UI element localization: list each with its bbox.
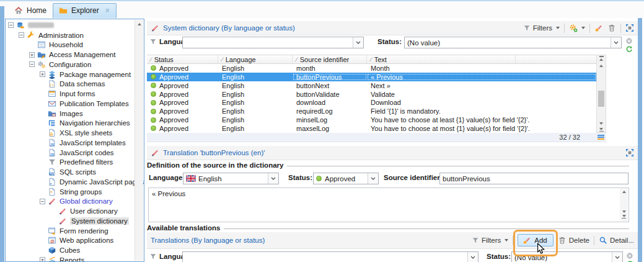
table-row[interactable]: ApprovedEnglishrequiredLogField '{1}' is…	[147, 107, 596, 115]
maximize-button[interactable]	[625, 148, 634, 157]
trash-icon	[607, 24, 616, 32]
expand-node-icon[interactable]: +	[40, 71, 45, 77]
status-filter-combobox[interactable]: (No value)	[511, 251, 623, 262]
cube-icon	[48, 246, 57, 255]
tree-item-user-dictionary[interactable]: User dictionary	[7, 206, 135, 216]
tree-item-string-groups[interactable]: ”String groups	[7, 187, 135, 197]
add-entry-button[interactable]	[594, 24, 603, 32]
chevron-down-icon[interactable]	[467, 252, 478, 262]
tree-item-dynamic-javascript-pages[interactable]: >_Dynamic JavaScript pages	[7, 177, 135, 187]
redacted-text	[28, 22, 54, 28]
table-menu-icon[interactable]	[598, 135, 604, 140]
textarea-scrollbar[interactable]	[620, 189, 628, 221]
tree-item-javascript-templates[interactable]: JSJavaScript templates	[7, 138, 135, 148]
column-header-source-identifier[interactable]: ∕Source identifier	[293, 55, 367, 63]
tree-item-package-management[interactable]: +Package management	[7, 70, 135, 79]
actions-menu-button[interactable]	[569, 24, 585, 32]
clear-filter-icon[interactable]	[626, 252, 633, 260]
tree-item-administration[interactable]: −Administration	[7, 30, 135, 40]
tree-scrollbar[interactable]	[135, 20, 143, 261]
collapse-node-icon[interactable]: −	[40, 199, 45, 204]
table-header[interactable]: ∕Status∕Language∕Source identifier∕Text	[147, 55, 606, 64]
expander-spacer	[40, 101, 45, 106]
scroll-up-icon[interactable]	[599, 65, 603, 67]
tree-item-images[interactable]: Images	[7, 109, 135, 119]
tree-item-access-management[interactable]: +Access Management	[7, 50, 135, 60]
chevron-down-icon[interactable]	[368, 173, 378, 184]
tree-item-cubes[interactable]: Cubes	[7, 245, 135, 255]
tree-item-form-rendering[interactable]: Form rendering	[7, 226, 135, 236]
scroll-down-icon[interactable]	[622, 210, 626, 213]
tree-item-household[interactable]: Household	[7, 40, 135, 50]
tree-item-navigation-hierarchies[interactable]: Navigation hierarchies	[7, 119, 135, 129]
tree-item-label: Images	[60, 110, 83, 117]
cell-status: Approved	[147, 73, 218, 81]
tree-item-system-dictionary[interactable]: System dictionary	[7, 216, 135, 226]
delete-translation-button[interactable]: Delete	[558, 236, 589, 245]
maximize-button[interactable]	[625, 24, 634, 32]
clear-filter-icon[interactable]	[625, 37, 633, 45]
chevron-down-icon[interactable]	[353, 37, 363, 48]
table-row[interactable]: ApprovedEnglishbuttonNextNext »	[147, 81, 596, 90]
definition-legend: Definition of the source in the dictiona…	[147, 161, 629, 169]
refresh-icon[interactable]	[625, 45, 633, 53]
filters-button[interactable]: Filters	[472, 237, 508, 244]
scroll-top-icon[interactable]	[599, 58, 603, 61]
language-filter-combobox[interactable]	[182, 251, 479, 262]
collapse-node-icon[interactable]: −	[29, 61, 35, 67]
tab-explorer[interactable]: Explorer ×	[53, 3, 117, 18]
scroll-up-icon[interactable]	[622, 191, 626, 193]
add-translation-button[interactable]: Add	[518, 234, 553, 246]
tree-item-input-forms[interactable]: Input forms	[7, 89, 135, 99]
chart-icon	[48, 256, 57, 262]
tab-home[interactable]: Home	[9, 4, 53, 18]
tree-item-configuration[interactable]: −Configuration	[7, 60, 135, 70]
delete-entry-button[interactable]	[607, 24, 616, 32]
chevron-down-icon[interactable]	[612, 252, 622, 262]
expand-node-icon[interactable]: +	[29, 52, 35, 58]
tree-item-sql-scripts[interactable]: SQLSQL scripts	[7, 167, 135, 177]
language-filter-combobox[interactable]	[182, 37, 364, 48]
sort-icon: ∕	[296, 56, 298, 63]
scrollbar-thumb[interactable]	[598, 91, 604, 107]
language-combobox[interactable]: English	[183, 173, 279, 184]
tree-item-data-schemas[interactable]: Data schemas	[7, 79, 135, 89]
close-tab-icon[interactable]: ×	[105, 6, 110, 15]
tree-item-javascript-codes[interactable]: JSJavaScript codes	[7, 148, 135, 158]
table-scrollbar[interactable]	[596, 55, 606, 133]
table-row[interactable]: ApprovedEnglishmaxselLogYou have to choo…	[147, 124, 596, 133]
table-row[interactable]: ApprovedEnglishbuttonPrevious« Previous	[147, 73, 596, 81]
column-header-status[interactable]: ∕Status	[147, 55, 218, 63]
translation-text-area[interactable]: « Previous	[148, 187, 629, 222]
table-row[interactable]: ApprovedEnglishbuttonValidateValidate	[147, 90, 596, 99]
source-identifier-field[interactable]: buttonPrevious	[439, 173, 629, 184]
table-row[interactable]: ApprovedEnglishdownloadDownload	[147, 98, 596, 107]
chevron-down-icon[interactable]	[268, 173, 278, 184]
table-row[interactable]: ApprovedEnglishminselLogYou have to choo…	[147, 115, 596, 124]
scroll-bottom-icon[interactable]	[622, 215, 626, 217]
column-header-language[interactable]: ∕Language	[218, 55, 293, 63]
column-header-text[interactable]: ∕Text	[367, 55, 516, 63]
tree-item-global-dictionary[interactable]: −Global dictionary	[7, 197, 135, 207]
collapse-node-icon[interactable]: −	[8, 22, 14, 28]
status-filter-combobox[interactable]: (No value)	[404, 37, 622, 48]
status-combobox[interactable]: Approved	[313, 173, 379, 184]
tree-item-reports[interactable]: +Reports	[7, 255, 135, 262]
cell-src: maxselLog	[293, 125, 367, 132]
tree-item-web-applications[interactable]: @Web applications	[7, 236, 135, 246]
tree-item-root[interactable]: −	[7, 20, 135, 30]
tree-item-predefined-filters[interactable]: Predefined filters	[7, 158, 135, 168]
scroll-bottom-icon[interactable]	[599, 128, 603, 130]
scroll-up-icon[interactable]	[135, 20, 143, 29]
expand-node-icon[interactable]: +	[40, 257, 45, 262]
tree-item-publication-templates[interactable]: Publication Templates	[7, 99, 135, 109]
tree-item-label: Form rendering	[60, 227, 108, 235]
table-row[interactable]: ApprovedEnglishmonthMonth	[147, 64, 596, 73]
detail-button[interactable]: Detail...	[599, 236, 634, 245]
scroll-down-icon[interactable]	[599, 122, 603, 125]
cell-src: buttonNext	[293, 82, 367, 89]
filters-button[interactable]: Filters	[523, 24, 560, 32]
chevron-down-icon[interactable]	[611, 37, 621, 48]
collapse-node-icon[interactable]: −	[19, 32, 24, 38]
tree-item-xsl-style-sheets[interactable]: XSL style sheets	[7, 128, 135, 138]
